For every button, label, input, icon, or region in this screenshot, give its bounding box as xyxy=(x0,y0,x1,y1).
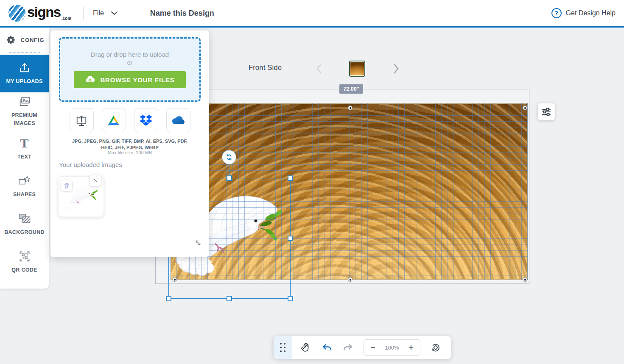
current-side-label: Front Side xyxy=(238,64,293,72)
adjustments-button[interactable] xyxy=(538,103,555,120)
sidebar-item-label: SHAPES xyxy=(13,191,36,198)
sidebar-dashed-divider xyxy=(9,52,40,53)
shapes-icon xyxy=(18,175,31,187)
sidebar-item-qr-code[interactable]: QR CODE xyxy=(0,243,49,281)
upload-dropzone[interactable]: Drag or drop here to upload or BROWSE YO… xyxy=(59,37,201,102)
signs-logo[interactable]: signs .com xyxy=(8,5,71,22)
dropbox-button[interactable] xyxy=(134,108,158,132)
upload-sources xyxy=(50,108,209,132)
formats-line1: JPG, JPEG, PNG, GIF, TIFF, BMP, AI, EPS,… xyxy=(56,138,204,144)
next-side-button[interactable] xyxy=(390,63,402,75)
selection-handle-bottom-left[interactable] xyxy=(166,296,171,301)
sidebar-item-text[interactable]: T TEXT xyxy=(0,130,49,168)
sidebar-item-label: MY UPLOADS xyxy=(6,78,42,85)
zoom-level[interactable]: 100% xyxy=(382,340,402,355)
gear-icon xyxy=(5,33,17,46)
onedrive-button[interactable] xyxy=(166,108,190,132)
reset-rotation-icon xyxy=(430,342,441,353)
header-divider xyxy=(83,7,84,19)
reset-rotation-button[interactable] xyxy=(420,336,451,359)
dropbox-icon xyxy=(140,114,152,126)
sidebar-item-label: PREMIUM IMAGES xyxy=(0,111,49,127)
max-file-size: Max file size: 200 MB xyxy=(56,150,204,155)
help-label: Get Design Help xyxy=(566,9,616,17)
file-menu[interactable]: File xyxy=(93,9,118,17)
panel-resize-handle[interactable] xyxy=(194,239,202,247)
trash-icon xyxy=(63,182,70,189)
grommet-top-center xyxy=(348,106,353,110)
sidebar-item-label: QR CODE xyxy=(11,266,37,274)
redo-button[interactable] xyxy=(338,336,359,359)
sidebar-item-label: BACKGROUND xyxy=(4,228,45,236)
design-name-input[interactable]: Name this Design xyxy=(150,9,214,18)
question-bubble-icon: ? xyxy=(551,8,562,18)
qr-code-icon xyxy=(18,250,31,263)
selection-handle-middle-right[interactable] xyxy=(288,236,293,241)
header: signs .com File Name this Design ? Get D… xyxy=(0,0,624,28)
signs-logo-icon xyxy=(8,5,25,22)
delete-upload-button[interactable] xyxy=(61,180,72,191)
sidebar-item-premium-images[interactable]: PREMIUM IMAGES xyxy=(0,92,49,130)
canvas-toolbar: − 100% + xyxy=(274,336,451,359)
config-label: CONFIG xyxy=(21,37,44,43)
background-icon xyxy=(18,212,31,225)
file-menu-label: File xyxy=(93,9,104,17)
chevron-down-icon xyxy=(111,11,118,15)
undo-button[interactable] xyxy=(316,336,338,359)
front-side-thumbnail[interactable] xyxy=(349,61,365,77)
undo-icon xyxy=(322,343,333,352)
my-uploads-panel: Drag or drop here to upload or BROWSE YO… xyxy=(50,31,209,257)
toolbar-drag-handle[interactable] xyxy=(274,336,292,359)
previous-side-button[interactable] xyxy=(313,63,325,75)
sidebar-item-my-uploads[interactable]: MY UPLOADS xyxy=(0,55,49,92)
text-icon: T xyxy=(20,137,28,149)
expand-upload-button[interactable] xyxy=(90,175,101,186)
rotate-handle-icon[interactable] xyxy=(222,150,236,164)
drag-dots-icon xyxy=(280,343,285,352)
uploaded-image-thumbnail[interactable] xyxy=(58,176,104,217)
hand-icon xyxy=(301,342,311,353)
front-side-thumbnail-image xyxy=(350,62,364,75)
grommet-bottom-right xyxy=(523,277,527,282)
adjustments-icon xyxy=(541,106,552,117)
zoom-in-button[interactable]: + xyxy=(402,340,420,355)
pan-tool-button[interactable] xyxy=(296,336,317,359)
dropzone-or: or xyxy=(127,59,132,66)
onedrive-icon xyxy=(171,115,185,125)
brand-name: signs xyxy=(27,5,61,20)
sidebar: CONFIG MY UPLOADS PREMIUM IMAGES T TEXT … xyxy=(0,28,49,289)
sidebar-item-shapes[interactable]: SHAPES xyxy=(0,168,49,206)
grommet-top-right xyxy=(523,106,527,110)
expand-icon xyxy=(92,178,98,183)
browse-your-files-button[interactable]: BROWSE YOUR FILES xyxy=(74,71,186,88)
redo-icon xyxy=(342,343,353,352)
zoom-controls: − 100% + xyxy=(364,339,420,356)
sidebar-item-config[interactable]: CONFIG xyxy=(0,28,49,52)
device-upload-button[interactable] xyxy=(70,108,94,132)
google-drive-button[interactable] xyxy=(102,108,126,132)
browse-button-label: BROWSE YOUR FILES xyxy=(100,76,174,83)
sidebar-item-label: TEXT xyxy=(17,153,31,161)
upload-icon xyxy=(18,61,31,74)
premium-images-icon xyxy=(18,95,31,108)
nav-divider xyxy=(306,58,306,79)
zoom-out-button[interactable]: − xyxy=(364,340,382,355)
device-upload-icon xyxy=(75,114,88,127)
sidebar-item-background[interactable]: BACKGROUND xyxy=(0,206,49,243)
brand-tld: .com xyxy=(62,16,71,21)
dropzone-text: Drag or drop here to upload xyxy=(91,51,169,58)
google-drive-icon xyxy=(107,115,120,126)
get-design-help[interactable]: ? Get Design Help xyxy=(551,8,616,18)
accepted-formats: JPG, JPEG, PNG, GIF, TIFF, BMP, AI, EPS,… xyxy=(56,138,204,151)
selection-handle-top-center[interactable] xyxy=(227,175,232,181)
selection-handle-bottom-right[interactable] xyxy=(288,296,293,301)
cloud-upload-icon xyxy=(85,75,95,84)
uploaded-images-heading: Your uploaded images xyxy=(59,161,122,168)
width-dimension-badge: 72.00" xyxy=(339,84,363,94)
selection-handle-bottom-center[interactable] xyxy=(227,296,232,301)
grommet-bottom-center xyxy=(348,277,353,282)
selection-handle-top-right[interactable] xyxy=(288,175,293,181)
